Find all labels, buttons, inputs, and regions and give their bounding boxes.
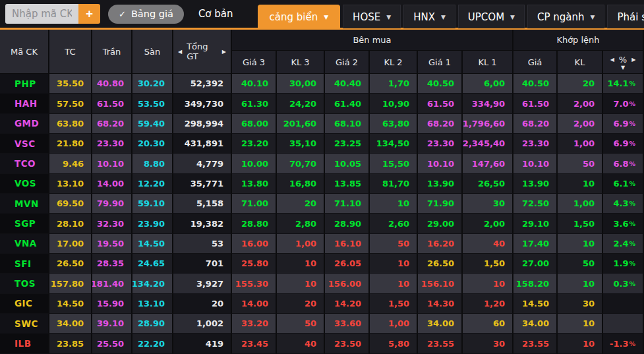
stock-code[interactable]: SWC — [0, 314, 49, 334]
cell-khop-kl: 1,00 — [558, 134, 603, 154]
table-row[interactable]: SGP28.1032.3023.9019,38228.802,8028.902,… — [0, 214, 644, 233]
table-row[interactable]: VSC21.8023.3020.30431,89123.2035,1023.25… — [0, 134, 644, 154]
col-header-gia-3[interactable]: Giá 3 — [232, 51, 277, 74]
tab-phai-sinh[interactable]: Phái sinh ▼ — [607, 5, 644, 28]
col-header-kl-1[interactable]: KL 1 — [463, 51, 513, 74]
cell-khop-kl: 50 — [558, 154, 603, 173]
tab-cang-bien[interactable]: cảng biển ▼ — [258, 5, 341, 28]
table-row[interactable]: GMD63.8068.2059.40298,99468.00201,6068.1… — [0, 114, 644, 134]
col-header-khop-gia[interactable]: Giá — [513, 51, 558, 74]
tab-cp-nganh[interactable]: CP ngành ▼ — [527, 5, 604, 28]
caret-down-icon: ▼ — [386, 14, 391, 20]
cell-kl-2: 10 — [370, 274, 418, 293]
cell-gia-3: 23.45 — [232, 334, 277, 353]
cell-kl-3: 30,00 — [277, 74, 325, 94]
table-row[interactable]: SWC34.0039.1028.901,00233.205033.601,003… — [0, 314, 644, 334]
cell-kl-2: 15,50 — [370, 154, 418, 173]
cell-tran: 10.10 — [92, 154, 132, 173]
table-row[interactable]: HAH57.5061.5053.50349,73061.3024,2061.40… — [0, 94, 644, 113]
cell-khop-gia: 27.00 — [513, 254, 558, 274]
col-header-khop-kl[interactable]: KL — [558, 51, 603, 74]
cell-kl-1: 334,90 — [463, 94, 513, 113]
stock-code[interactable]: SFI — [0, 254, 49, 274]
basic-view-toggle[interactable]: Cơ bản — [198, 8, 233, 20]
tab-upcom[interactable]: UPCOM ▼ — [458, 5, 525, 28]
cell-tc: 57.50 — [49, 94, 92, 113]
stock-code[interactable]: ILB — [0, 334, 49, 353]
col-header-khop-pct[interactable]: ◀ % ▶ ▼ — [603, 51, 644, 74]
col-header-kl-3[interactable]: KL 3 — [277, 51, 325, 74]
cell-tc: 17.00 — [49, 234, 92, 254]
cell-gia-1: 26.50 — [418, 254, 463, 274]
cell-gia-1: 29.00 — [418, 214, 463, 233]
tab-hose[interactable]: HOSE ▼ — [343, 5, 401, 28]
cell-kl-3: 20 — [277, 294, 325, 314]
ticker-input[interactable] — [5, 4, 78, 24]
table-row[interactable]: GIC14.5015.9013.102014.002014.201,5014.3… — [0, 294, 644, 314]
table-header: Mã CK TC Trần Sàn ◀ Tổng GT ▶ Bên mua Kh… — [0, 30, 644, 74]
cell-gia-3: 13.80 — [232, 174, 277, 194]
table-row[interactable]: VOS13.1014.0012.2035,77113.8016,8013.858… — [0, 174, 644, 194]
stock-code[interactable]: SGP — [0, 214, 49, 233]
cell-tran: 32.30 — [92, 214, 132, 233]
col-header-tran[interactable]: Trần — [92, 30, 132, 74]
cell-tran: 19.50 — [92, 234, 132, 254]
table-row[interactable]: VNA17.0019.5014.505316.001,0016.105016.2… — [0, 234, 644, 254]
stock-code[interactable]: VSC — [0, 134, 49, 154]
stock-code[interactable]: HAH — [0, 94, 49, 113]
table-row[interactable]: TCO9.4610.108.804,77910.0070,7010.0515,5… — [0, 154, 644, 173]
table-row[interactable]: PHP35.5040.8030.2052,39240.1030,0040.401… — [0, 74, 644, 94]
cell-kl-2: 2,60 — [370, 214, 418, 233]
cell-khop-pct: 14.1% — [603, 74, 644, 94]
cell-gia-2: 26.05 — [325, 254, 370, 274]
cell-tran: 79.90 — [92, 194, 132, 214]
col-header-san[interactable]: Sàn — [132, 30, 173, 74]
stock-code[interactable]: GIC — [0, 294, 49, 314]
caret-down-icon: ▼ — [510, 14, 515, 20]
cell-khop-pct: 6.8% — [603, 154, 644, 173]
col-header-ma-ck[interactable]: Mã CK — [0, 30, 49, 74]
stock-code[interactable]: GMD — [0, 114, 49, 134]
cell-kl-3: 10 — [277, 274, 325, 293]
cell-kl-3: 50 — [277, 314, 325, 334]
cell-tc: 9.46 — [49, 154, 92, 173]
cell-san: 20.30 — [132, 134, 173, 154]
cell-kl-2: 10 — [370, 254, 418, 274]
col-header-tc[interactable]: TC — [49, 30, 92, 74]
cell-kl-1: 1,50 — [463, 254, 513, 274]
cell-tong-gt: 298,994 — [173, 114, 232, 134]
cell-kl-2: 1,70 — [370, 74, 418, 94]
cell-kl-1: 60 — [463, 314, 513, 334]
col-header-gia-2[interactable]: Giá 2 — [325, 51, 370, 74]
cell-san: 24.65 — [132, 254, 173, 274]
stock-code[interactable]: VOS — [0, 174, 49, 194]
cell-tc: 63.80 — [49, 114, 92, 134]
stock-code[interactable]: PHP — [0, 74, 49, 94]
cell-khop-kl: 50 — [558, 254, 603, 274]
cell-khop-pct: -1.3% — [603, 334, 644, 353]
cell-khop-kl: 1,00 — [558, 194, 603, 214]
table-row[interactable]: ILB23.8525.5022.2041923.454023.505,8023.… — [0, 334, 644, 353]
table-row[interactable]: TOS157.80181.40134.203,927155.3010156.00… — [0, 274, 644, 293]
stock-code[interactable]: MVN — [0, 194, 49, 214]
stock-code[interactable]: TOS — [0, 274, 49, 293]
col-header-kl-2[interactable]: KL 2 — [370, 51, 418, 74]
board-view-toggle[interactable]: ✓ Bảng giá — [108, 5, 184, 24]
table-row[interactable]: MVN69.5079.9059.105,15871.002071.101071.… — [0, 194, 644, 214]
col-header-tong-gt[interactable]: ◀ Tổng GT ▶ — [173, 30, 232, 74]
stock-code[interactable]: TCO — [0, 154, 49, 173]
col-header-gia-1[interactable]: Giá 1 — [418, 51, 463, 74]
stock-code[interactable]: VNA — [0, 234, 49, 254]
cell-gia-1: 156.10 — [418, 274, 463, 293]
cell-kl-3: 2,80 — [277, 214, 325, 233]
cell-khop-kl: 10 — [558, 314, 603, 334]
sort-left-icon: ◀ — [178, 49, 182, 55]
cell-gia-3: 40.10 — [232, 74, 277, 94]
table-row[interactable]: SFI26.5028.3524.6570125.801026.051026.50… — [0, 254, 644, 274]
cell-tran: 181.40 — [92, 274, 132, 293]
add-ticker-button[interactable]: + — [78, 4, 100, 24]
cell-san: 59.10 — [132, 194, 173, 214]
cell-khop-gia: 72.50 — [513, 194, 558, 214]
cell-tong-gt: 419 — [173, 334, 232, 353]
tab-hnx[interactable]: HNX ▼ — [403, 5, 455, 28]
